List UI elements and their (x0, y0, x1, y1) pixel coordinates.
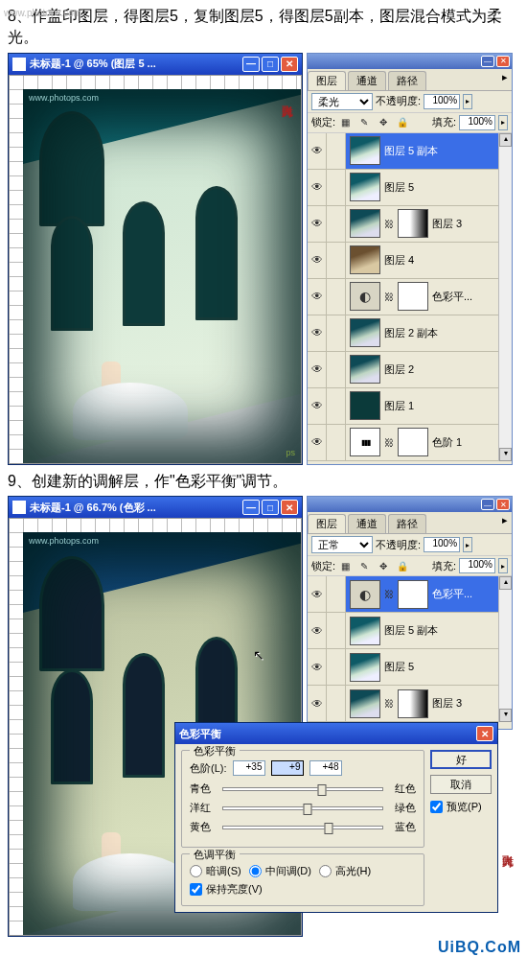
layer-thumbnail[interactable] (350, 580, 380, 609)
layer-row[interactable]: 👁图层 5 副本 (308, 133, 498, 170)
layer-thumbnail[interactable] (350, 318, 380, 347)
slider-thumb[interactable] (317, 784, 326, 796)
layer-name[interactable]: 色彩平... (432, 587, 472, 601)
layer-thumbnail[interactable] (350, 355, 380, 384)
layer-name[interactable]: 图层 5 (384, 660, 414, 674)
close-button[interactable]: ✕ (281, 500, 298, 515)
visibility-eye-icon[interactable]: 👁 (308, 279, 327, 315)
layer-name[interactable]: 图层 3 (432, 217, 462, 231)
visibility-eye-icon[interactable]: 👁 (308, 352, 327, 387)
layer-name[interactable]: 图层 5 副本 (384, 144, 438, 158)
layer-name[interactable]: 色彩平... (432, 290, 472, 304)
minimize-button[interactable]: — (242, 500, 260, 515)
slider-track[interactable] (222, 826, 383, 829)
fill-value[interactable]: 100% (459, 558, 495, 573)
ok-button[interactable]: 好 (430, 750, 492, 769)
lock-paint-icon[interactable]: ✎ (357, 116, 371, 129)
layer-row[interactable]: 👁⛓色阶 1 (308, 425, 498, 461)
titlebar-2[interactable]: 未标题-1 @ 66.7% (色彩 ... — □ ✕ (9, 497, 302, 518)
tab-paths[interactable]: 路径 (388, 514, 426, 533)
layers-scrollbar[interactable]: ▴▾ (498, 576, 512, 722)
visibility-eye-icon[interactable]: 👁 (308, 206, 327, 242)
visibility-eye-icon[interactable]: 👁 (308, 613, 327, 648)
tone-radio[interactable]: 中间调(D) (249, 864, 311, 878)
cancel-button[interactable]: 取消 (430, 775, 492, 794)
tab-layers[interactable]: 图层 (308, 514, 346, 533)
visibility-eye-icon[interactable]: 👁 (308, 388, 327, 424)
slider-track[interactable] (222, 787, 383, 791)
palette-minimize[interactable]: — (481, 56, 494, 67)
mask-link-icon[interactable]: ⛓ (384, 689, 394, 718)
dialog-titlebar[interactable]: 色彩平衡 ✕ (175, 723, 497, 744)
palette-close[interactable]: ✕ (496, 56, 510, 67)
layer-name[interactable]: 图层 1 (384, 399, 414, 413)
layer-thumbnail[interactable] (350, 391, 380, 420)
lock-move-icon[interactable]: ✥ (377, 116, 390, 129)
layers-scrollbar[interactable]: ▴▾ (498, 133, 512, 461)
visibility-eye-icon[interactable]: 👁 (308, 315, 327, 351)
layer-row[interactable]: 👁图层 4 (308, 243, 498, 279)
layer-thumbnail[interactable] (350, 617, 380, 645)
layer-row[interactable]: 👁图层 5 副本 (308, 613, 498, 649)
layer-name[interactable]: 图层 5 (384, 180, 414, 195)
mask-thumbnail[interactable] (398, 282, 428, 311)
link-col[interactable] (327, 425, 346, 460)
layer-name[interactable]: 色阶 1 (432, 435, 462, 450)
maximize-button[interactable]: □ (262, 500, 279, 515)
tab-paths[interactable]: 路径 (388, 71, 426, 90)
lock-transparency-icon[interactable]: ▦ (338, 559, 352, 572)
preview-checkbox[interactable]: 预览(P) (430, 800, 492, 814)
layer-name[interactable]: 图层 4 (384, 253, 414, 268)
blend-mode-select[interactable]: 柔光 (311, 93, 373, 110)
mask-link-icon[interactable]: ⛓ (384, 428, 394, 456)
layer-row[interactable]: 👁⛓色彩平... (308, 279, 498, 315)
link-col[interactable] (327, 649, 346, 685)
layer-thumbnail[interactable] (350, 245, 380, 274)
layer-thumbnail[interactable] (350, 428, 380, 456)
minimize-button[interactable]: — (242, 57, 260, 72)
layer-row[interactable]: 👁图层 5 (308, 170, 498, 206)
mask-thumbnail[interactable] (398, 580, 428, 609)
layer-name[interactable]: 图层 3 (432, 696, 462, 711)
layer-row[interactable]: 👁图层 2 (308, 352, 498, 388)
lock-all-icon[interactable]: 🔒 (396, 559, 409, 572)
layer-row[interactable]: 👁⛓图层 3 (308, 206, 498, 243)
mask-thumbnail[interactable] (398, 209, 428, 238)
layer-thumbnail[interactable] (350, 653, 380, 682)
visibility-eye-icon[interactable]: 👁 (308, 686, 327, 721)
mask-thumbnail[interactable] (398, 428, 428, 456)
maximize-button[interactable]: □ (262, 57, 279, 72)
titlebar-1[interactable]: 未标题-1 @ 65% (图层 5 ... — □ ✕ (9, 54, 302, 75)
close-button[interactable]: ✕ (281, 57, 298, 72)
tone-radio[interactable]: 暗调(S) (190, 864, 241, 878)
canvas-1[interactable]: www.photops.com 飞时舞人 ps (23, 89, 301, 463)
lock-paint-icon[interactable]: ✎ (357, 559, 371, 572)
layer-name[interactable]: 图层 2 副本 (384, 326, 438, 340)
layer-row[interactable]: 👁图层 5 (308, 649, 498, 686)
layer-thumbnail[interactable] (350, 136, 380, 165)
link-col[interactable] (327, 133, 346, 169)
level-value-2[interactable]: +9 (271, 760, 304, 776)
layer-row[interactable]: 👁⛓色彩平... (308, 576, 498, 613)
link-col[interactable] (327, 388, 346, 424)
visibility-eye-icon[interactable]: 👁 (308, 649, 327, 685)
visibility-eye-icon[interactable]: 👁 (308, 170, 327, 205)
mask-link-icon[interactable]: ⛓ (384, 282, 394, 311)
slider-thumb[interactable] (303, 804, 311, 815)
tab-layers[interactable]: 图层 (308, 71, 346, 90)
link-col[interactable] (327, 315, 346, 351)
layer-row[interactable]: 👁图层 2 副本 (308, 315, 498, 352)
layer-thumbnail[interactable] (350, 282, 380, 311)
palette-menu-arrow[interactable]: ▸ (498, 71, 512, 90)
link-col[interactable] (327, 352, 346, 387)
mask-thumbnail[interactable] (398, 689, 428, 718)
tab-channels[interactable]: 通道 (348, 71, 386, 90)
layer-thumbnail[interactable] (350, 209, 380, 238)
dialog-close[interactable]: ✕ (476, 726, 493, 741)
lock-move-icon[interactable]: ✥ (377, 559, 390, 572)
link-col[interactable] (327, 243, 346, 278)
link-col[interactable] (327, 206, 346, 242)
layer-name[interactable]: 图层 2 (384, 362, 414, 377)
visibility-eye-icon[interactable]: 👁 (308, 425, 327, 460)
tone-radio[interactable]: 高光(H) (319, 864, 371, 878)
